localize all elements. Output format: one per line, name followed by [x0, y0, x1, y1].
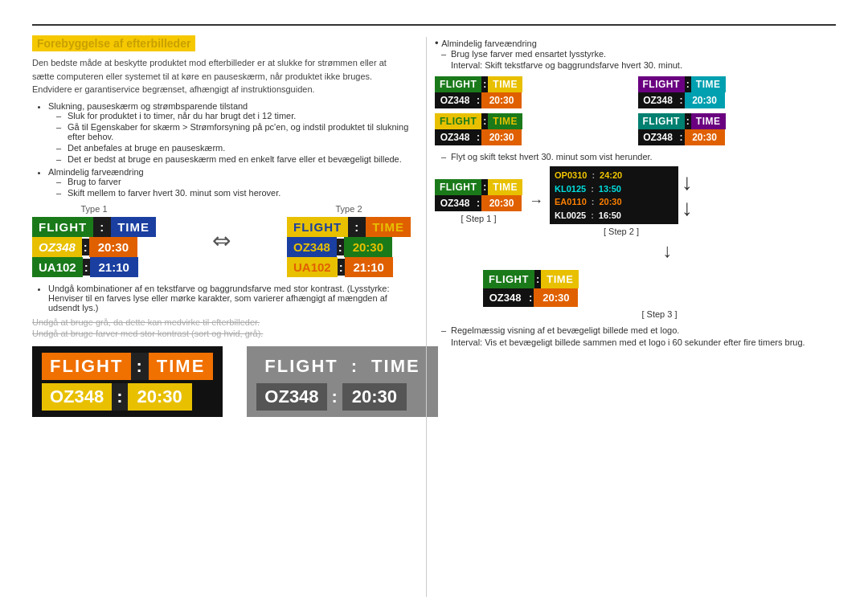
big-board-gray-row2: OZ348 : 20:30 — [256, 383, 428, 411]
t2-2030: 20:30 — [344, 237, 392, 257]
v1-header: FLIGHT : TIME — [435, 76, 633, 92]
step1-oz348: OZ348 — [435, 195, 475, 211]
v4-colon2: : — [678, 129, 685, 145]
t1-flight-label: FLIGHT — [32, 217, 93, 237]
right-dash-1: Brug lyse farver med ensartet lysstyrke. — [435, 49, 836, 59]
t2-colon-2: : — [337, 239, 344, 255]
step3-time: TIME — [541, 270, 579, 288]
bullet-3-list: Undgå kombinationer af en tekstfarve og … — [32, 284, 410, 313]
t1-time-label: TIME — [111, 217, 156, 237]
scroll-board: OP0310 : 24:20 KL0125 : 13:50 — [550, 166, 678, 224]
bg-colon1: : — [346, 353, 363, 380]
v3-2030: 20:30 — [481, 129, 522, 145]
step1-flight: FLIGHT — [435, 179, 481, 195]
top-rule — [32, 24, 836, 26]
v3-colon1: : — [481, 113, 488, 129]
type-1-row-3: UA102 : 21:10 — [32, 257, 156, 277]
dash-1-3: Det anbefales at bruge en pauseskærm. — [68, 143, 410, 153]
step-2-to-3-arrow: ↓ — [435, 239, 836, 262]
content-area: Forebyggelse af efterbilleder Den bedste… — [32, 37, 836, 597]
type-comparison-row: Type 1 FLIGHT : TIME OZ348 : 20:30 — [32, 204, 410, 277]
strikethrough-2: Undgå at bruge farver med stor kontrast … — [32, 329, 410, 338]
swap-arrow-icon: ⇔ — [212, 227, 231, 254]
type-1-header-row: FLIGHT : TIME — [32, 217, 156, 237]
v4-time: TIME — [691, 113, 726, 129]
right-bullet-1: Almindelig farveændring — [441, 39, 537, 48]
variant-board-4: FLIGHT : TIME OZ348 : 20:30 — [638, 113, 837, 145]
right-column: • Almindelig farveændring Brug lyse farv… — [426, 37, 836, 597]
v1-time: TIME — [488, 76, 522, 92]
v2-2030: 20:30 — [685, 92, 725, 108]
bb-colon2: : — [112, 383, 127, 411]
scroll-row-4: KL0025 : 16:50 — [555, 209, 674, 223]
t1-2110: 21:10 — [90, 257, 138, 277]
step-3-board: FLIGHT : TIME OZ348 : 20:30 — [483, 270, 579, 307]
v2-header: FLIGHT : TIME — [638, 76, 837, 92]
v3-colon2: : — [475, 129, 481, 145]
step-3-container: FLIGHT : TIME OZ348 : 20:30 [ Step 3 ] — [435, 265, 836, 319]
t1-colon-2: : — [82, 239, 89, 255]
v4-oz348: OZ348 — [638, 129, 678, 145]
final-notes: – Regelmæssig visning af et bevægeligt b… — [435, 325, 836, 347]
big-board-black: FLIGHT : TIME OZ348 : 20:30 — [32, 346, 223, 417]
step3-colon1: : — [534, 270, 541, 288]
variant-board-1: FLIGHT : TIME OZ348 : 20:30 — [435, 76, 633, 108]
t1-oz348: OZ348 — [32, 237, 82, 257]
step1-colon2: : — [475, 195, 481, 211]
dash-list-1: Sluk for produktet i to timer, når du ha… — [48, 111, 410, 164]
v1-2030: 20:30 — [481, 92, 522, 108]
bg-colon2: : — [327, 383, 342, 411]
page: Forebyggelse af efterbilleder Den bedste… — [0, 0, 868, 613]
main-bullet-list: Slukning, pauseskærm og strømbsparende t… — [32, 101, 410, 198]
down-arrow-icon: ↓ — [663, 239, 673, 261]
scroll-row-3: EA0110 : 20:30 — [555, 195, 674, 209]
step3-header: FLIGHT : TIME — [483, 270, 579, 288]
bb-flight: FLIGHT — [42, 353, 131, 380]
t2-time-label: TIME — [366, 217, 411, 237]
final-note-2: Interval: Vis et bevægeligt billede samm… — [435, 337, 836, 347]
bb-colon1: : — [131, 353, 148, 380]
scroll-row-1: OP0310 : 24:20 — [555, 169, 674, 182]
final-note-1: – Regelmæssig visning af et bevægeligt b… — [435, 325, 836, 335]
step3-oz348: OZ348 — [483, 288, 527, 307]
step-1-header: FLIGHT : TIME — [435, 179, 522, 195]
t2-colon-1: : — [348, 217, 366, 237]
bullet-3: Undgå kombinationer af en tekstfarve og … — [48, 284, 410, 313]
right-bullet-dot: • — [435, 37, 441, 49]
type-2-row-3: UA102 : 21:10 — [287, 257, 411, 277]
right-dash-2: Interval: Skift tekstfarve og baggrundsf… — [435, 60, 836, 70]
v3-row2: OZ348 : 20:30 — [435, 129, 633, 145]
v1-flight: FLIGHT — [435, 76, 481, 92]
bb-2030: 20:30 — [128, 383, 192, 411]
step-1-row2: OZ348 : 20:30 — [435, 195, 522, 211]
v4-header: FLIGHT : TIME — [638, 113, 837, 129]
section-title: Forebyggelse af efterbilleder — [32, 37, 410, 50]
step-1-label: [ Step 1 ] — [435, 214, 522, 223]
dash-list-2: Brug to farver Skift mellem to farver hv… — [48, 177, 410, 198]
variant-board-2: FLIGHT : TIME OZ348 : 20:30 — [638, 76, 837, 108]
strikethrough-1: Undgå at bruge grå, da dette kan medvirk… — [32, 317, 410, 327]
type-2-row-2: OZ348 : 20:30 — [287, 237, 411, 257]
type-1-label: Type 1 — [32, 204, 156, 214]
big-board-black-row2: OZ348 : 20:30 — [42, 383, 213, 411]
dash-2-2: Skift mellem to farver hvert 30. minut s… — [68, 188, 410, 198]
dash-1-4: Det er bedst at bruge en pauseskærm med … — [68, 154, 410, 164]
right-bullet-1-container: • Almindelig farveændring Brug lyse farv… — [435, 37, 836, 70]
bb-time: TIME — [149, 353, 214, 380]
step3-2030: 20:30 — [534, 288, 578, 307]
step-1-container: FLIGHT : TIME OZ348 : 20:30 [ Step 1 ] — [435, 179, 522, 223]
step-2-inner: OP0310 : 24:20 KL0125 : 13:50 — [550, 166, 693, 224]
v4-colon1: : — [685, 113, 691, 129]
scroll-row-2: KL0125 : 13:50 — [555, 182, 674, 196]
bullet-1: Slukning, pauseskærm og strømbsparende t… — [48, 101, 410, 164]
bottom-examples: FLIGHT : TIME OZ348 : 20:30 FLIGHT : — [32, 346, 410, 417]
color-variant-grid: FLIGHT : TIME OZ348 : 20:30 FLIGHT : — [435, 76, 836, 145]
t2-oz348: OZ348 — [287, 237, 337, 257]
scroll-arrows: ↓↓ — [682, 170, 693, 221]
step1-colon1: : — [481, 179, 488, 195]
v1-oz348: OZ348 — [435, 92, 475, 108]
intro-text: Den bedste måde at beskytte produktet mo… — [32, 56, 410, 96]
t1-2030: 20:30 — [89, 237, 137, 257]
t2-ua102: UA102 — [287, 257, 338, 277]
t2-2110: 21:10 — [345, 257, 393, 277]
